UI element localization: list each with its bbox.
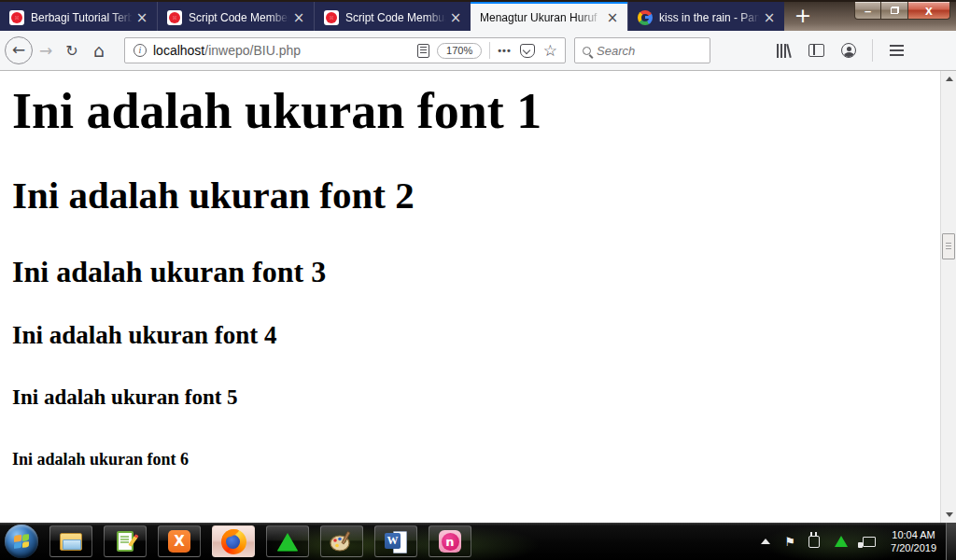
taskbar-xampp[interactable]: X	[158, 525, 201, 557]
power-plug-icon[interactable]	[808, 536, 820, 548]
taskbar-notepad-plus-plus[interactable]	[104, 525, 147, 557]
close-tab-icon[interactable]: ×	[762, 10, 777, 25]
url-bar[interactable]: i localhost/inwepo/BIU.php 170% ••• ☆	[124, 37, 566, 63]
taskbar-green-triangle-app[interactable]	[266, 525, 309, 557]
sidebar-toggle-icon[interactable]	[808, 44, 824, 57]
heading-font-1: Ini adalah ukuran font 1	[12, 82, 956, 140]
start-button[interactable]	[5, 525, 38, 558]
scroll-down-button[interactable]	[941, 507, 956, 523]
inwepo-favicon	[167, 10, 182, 25]
xampp-icon: X	[168, 530, 190, 553]
show-desktop-button[interactable]	[946, 523, 956, 560]
system-tray: ⚑ 10:04 AM 7/20/2019	[752, 523, 956, 560]
inwepo-favicon	[324, 10, 339, 25]
file-explorer-icon	[60, 533, 82, 551]
reader-mode-icon[interactable]	[417, 44, 429, 58]
scrollbar-thumb[interactable]	[942, 233, 955, 259]
tab-title: Berbagi Tutorial Terb	[31, 11, 134, 24]
close-tab-icon[interactable]: ×	[291, 10, 306, 25]
close-tab-icon[interactable]: ×	[134, 10, 149, 25]
green-triangle-app-icon	[277, 533, 298, 551]
page-actions-icon[interactable]: •••	[498, 45, 512, 56]
tab-title: kiss in the rain - Pany	[659, 11, 762, 24]
paint-palette-icon	[330, 530, 354, 553]
minimize-button[interactable]: –	[854, 2, 881, 20]
heading-font-4: Ini adalah ukuran font 4	[12, 321, 956, 350]
toolbar-right-icons	[768, 39, 913, 62]
taskbar-ms-word[interactable]: W	[374, 525, 417, 557]
hamburger-menu-icon[interactable]	[890, 45, 904, 56]
windows-logo-icon	[14, 534, 29, 549]
taskbar-n-app[interactable]: n	[429, 525, 471, 557]
clock-time: 10:04 AM	[891, 528, 936, 541]
tab-title: Menagtur Ukuran Huruf	[480, 11, 605, 24]
firefox-icon	[221, 529, 246, 554]
tab-title: Script Code Member	[189, 11, 291, 24]
bookmark-star-icon[interactable]: ☆	[543, 41, 557, 61]
back-button[interactable]: ←	[5, 36, 33, 64]
vertical-scrollbar[interactable]	[940, 71, 956, 523]
close-tab-icon[interactable]: ×	[605, 10, 620, 25]
restore-icon	[891, 7, 899, 14]
desktop-screen: Berbagi Tutorial Terb × Script Code Memb…	[0, 0, 956, 560]
tab-kiss-in-the-rain[interactable]: kiss in the rain - Pany ×	[627, 2, 784, 33]
heading-font-5: Ini adalah ukuran font 5	[12, 385, 956, 410]
scroll-up-button[interactable]	[941, 71, 956, 87]
search-bar[interactable]	[574, 37, 710, 63]
tab-script-code-membua[interactable]: Script Code Membua ×	[314, 2, 471, 33]
search-icon	[583, 47, 591, 55]
taskbar-file-explorer[interactable]	[49, 525, 92, 557]
tab-strip: Berbagi Tutorial Terb × Script Code Memb…	[0, 2, 784, 33]
action-center-flag-icon[interactable]: ⚑	[784, 535, 795, 549]
arrow-up-icon	[946, 77, 953, 81]
divider	[872, 39, 873, 62]
show-hidden-icons-button[interactable]	[761, 539, 770, 544]
new-tab-button[interactable]: +	[790, 4, 816, 30]
close-window-button[interactable]: x	[908, 2, 950, 20]
site-info-icon[interactable]: i	[134, 44, 147, 57]
tab-menagtur-ukuran-huruf-active[interactable]: Menagtur Ukuran Huruf ×	[471, 2, 627, 33]
taskbar-firefox-active[interactable]	[212, 525, 255, 557]
heading-font-6: Ini adalah ukuran font 6	[12, 450, 956, 469]
divider	[489, 42, 490, 59]
library-icon[interactable]	[777, 44, 792, 58]
navigation-toolbar: ← → ↻ ⌂ i localhost/inwepo/BIU.php 170% …	[0, 31, 956, 71]
heading-font-3: Ini adalah ukuran font 3	[12, 255, 956, 289]
account-icon[interactable]	[841, 43, 856, 58]
tab-title: Script Code Membua	[345, 11, 448, 24]
inwepo-favicon	[9, 10, 24, 25]
n-app-icon: n	[439, 530, 461, 553]
page-content: Ini adalah ukuran font 1 Ini adalah ukur…	[0, 71, 956, 523]
network-icon[interactable]	[863, 537, 876, 547]
windows-taskbar: X W n	[0, 523, 956, 560]
forward-button: →	[33, 41, 59, 60]
pocket-icon[interactable]	[520, 44, 535, 58]
google-favicon	[638, 10, 653, 25]
taskbar-paint-app[interactable]	[320, 525, 363, 557]
arrow-down-icon	[946, 512, 953, 517]
clock-date: 7/20/2019	[891, 541, 936, 554]
taskbar-clock[interactable]: 10:04 AM 7/20/2019	[891, 528, 936, 554]
close-tab-icon[interactable]: ×	[448, 10, 463, 25]
green-triangle-tray-icon[interactable]	[835, 536, 848, 547]
home-button[interactable]: ⌂	[85, 40, 113, 61]
tab-berbagi-tutorial[interactable]: Berbagi Tutorial Terb ×	[0, 2, 157, 33]
zoom-level-button[interactable]: 170%	[437, 43, 482, 59]
search-input[interactable]	[597, 44, 710, 58]
url-host: localhost	[153, 43, 204, 58]
tab-script-code-member[interactable]: Script Code Member ×	[157, 2, 314, 33]
heading-font-2: Ini adalah ukuran font 2	[12, 174, 956, 217]
url-text[interactable]: localhost/inwepo/BIU.php	[153, 43, 410, 58]
notepad-plus-plus-icon	[117, 531, 134, 552]
url-path: /inwepo/BIU.php	[204, 43, 301, 58]
n-app-glyph: n	[442, 533, 459, 551]
window-controls: – x	[854, 2, 950, 20]
word-w-glyph: W	[385, 533, 401, 549]
ms-word-icon: W	[385, 531, 407, 552]
window-titlebar: Berbagi Tutorial Terb × Script Code Memb…	[0, 0, 956, 31]
restore-button[interactable]	[881, 2, 908, 20]
reload-button[interactable]: ↻	[59, 42, 85, 60]
